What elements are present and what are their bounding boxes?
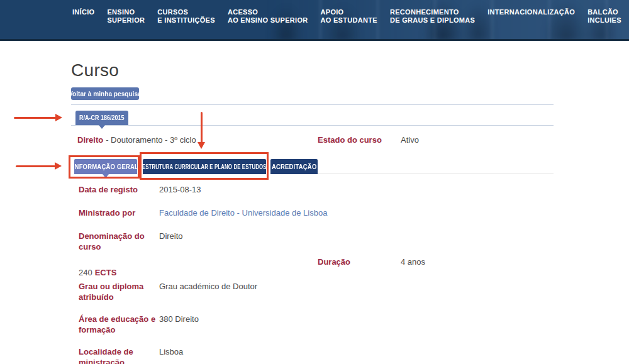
ects-label: ECTS: [95, 268, 117, 277]
red-arrow-right-icon: [14, 117, 56, 119]
course-name: Direito: [77, 135, 103, 145]
page-title: Curso: [71, 60, 119, 80]
nav-item-apoio-ao-estudante[interactable]: APOIO AO ESTUDANTE: [321, 8, 377, 25]
detail-value-grau-diploma: Grau académico de Doutor: [159, 281, 257, 292]
course-reference-label: R/A-CR 186/2015: [79, 114, 125, 121]
tab-pointer-icon: [99, 125, 105, 129]
annotation-box-estrutura-curricular: [140, 152, 269, 180]
nav-item-internacionalizacao[interactable]: INTERNACIONALIZAÇÃO: [487, 8, 575, 25]
detail-label-data-registo: Data de registo: [79, 184, 157, 195]
red-arrow-right-icon: [16, 165, 55, 167]
detail-ects: 240ECTS: [79, 256, 157, 278]
nav-item-cursos-e-instituicoes[interactable]: CURSOS E INSTITUIÇÕES: [157, 8, 215, 25]
divider: [71, 125, 554, 126]
nav-item-reconhecimento-graus-diplomas[interactable]: RECONHECIMENTO DE GRAUS E DIPLOMAS: [390, 8, 475, 25]
annotation-box-informacao-geral: [69, 155, 140, 179]
red-arrow-right-head-icon: [55, 114, 62, 121]
detail-label-localidade: Localidade de ministração: [79, 346, 157, 364]
detail-label-grau-diploma: Grau ou diploma atribuído: [79, 281, 157, 302]
course-status-label: Estado do curso: [318, 135, 382, 145]
back-to-search-button[interactable]: Voltar à minha pesquisa: [71, 87, 139, 100]
detail-value-data-registo: 2015-08-13: [159, 184, 201, 195]
red-arrow-right-head-icon: [55, 162, 62, 170]
detail-label-denominacao: Denominação do curso: [79, 231, 157, 252]
course-details-page: INÍCIO ENSINO SUPERIOR CURSOS E INSTITUI…: [0, 0, 629, 364]
nav-item-acesso-ao-ensino-superior[interactable]: ACESSO AO ENSINO SUPERIOR: [228, 8, 308, 25]
detail-label-duracao: Duração: [318, 256, 350, 267]
header-bottom-edge: [0, 39, 629, 41]
course-status-value: Ativo: [401, 135, 419, 145]
divider: [71, 104, 554, 105]
red-arrow-down-head-icon: [198, 142, 205, 149]
detail-value-duracao: 4 anos: [401, 256, 425, 267]
nav-item-balcao-incluies[interactable]: BALCÃO INCLUIES: [587, 8, 621, 25]
tab-acreditacao[interactable]: ACREDITAÇÃO: [270, 159, 318, 174]
detail-value-denominacao: Direito: [159, 231, 183, 241]
detail-value-ministrado-por: Faculdade de Direito - Universidade de L…: [159, 207, 327, 218]
institution-link[interactable]: Faculdade de Direito - Universidade de L…: [159, 208, 327, 218]
detail-value-area-educacao: 380 Direito: [159, 314, 199, 324]
top-nav-bar: INÍCIO ENSINO SUPERIOR CURSOS E INSTITUI…: [0, 0, 629, 41]
red-arrow-down-icon: [201, 112, 203, 143]
main-navigation: INÍCIO ENSINO SUPERIOR CURSOS E INSTITUI…: [72, 8, 621, 25]
course-reference-tab[interactable]: R/A-CR 186/2015: [75, 111, 128, 125]
nav-item-ensino-superior[interactable]: ENSINO SUPERIOR: [107, 8, 145, 25]
detail-label-ministrado-por: Ministrado por: [79, 207, 157, 218]
detail-label-area-educacao: Área de educação e formação: [79, 314, 157, 335]
course-degree-cycle: - Doutoramento - 3º ciclo: [106, 135, 196, 145]
tab-acreditacao-label: ACREDITAÇÃO: [272, 163, 317, 170]
course-heading: Direito- Doutoramento - 3º ciclo: [77, 135, 196, 145]
back-to-search-button-label: Voltar à minha pesquisa: [69, 90, 142, 97]
nav-item-inicio[interactable]: INÍCIO: [72, 8, 94, 25]
detail-value-localidade: Lisboa: [159, 346, 183, 357]
ects-value: 240: [79, 268, 92, 277]
divider: [318, 174, 554, 174]
